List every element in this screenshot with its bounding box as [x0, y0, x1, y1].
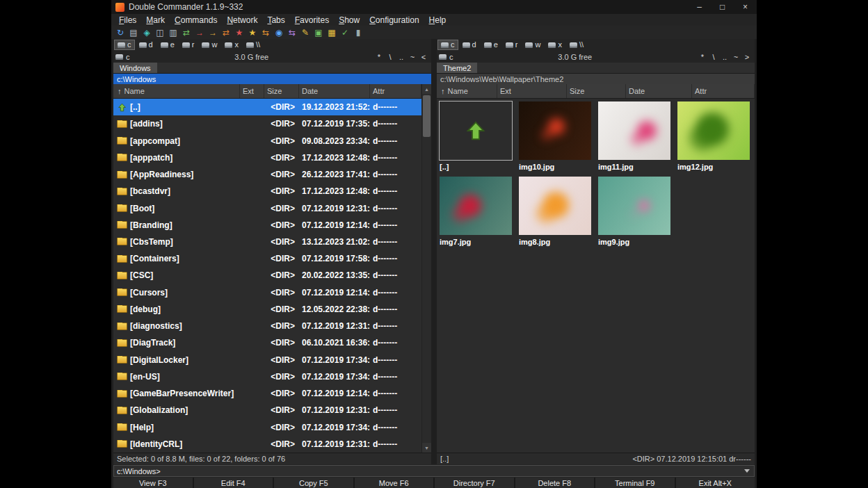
compare-contents-icon[interactable]: ⇆: [286, 26, 298, 38]
scrollbar-thumb[interactable]: [423, 95, 431, 137]
panel-nav-button[interactable]: *: [373, 51, 385, 62]
menu-item[interactable]: Mark: [141, 15, 170, 25]
drive-button[interactable]: w: [522, 40, 544, 50]
drive-button[interactable]: c: [437, 40, 458, 50]
flat-view-icon[interactable]: ▤: [127, 26, 140, 38]
thumbnail-item[interactable]: img12.jpg: [675, 100, 754, 175]
panel-nav-button[interactable]: \: [385, 51, 396, 62]
thumbnail-item[interactable]: img11.jpg: [595, 100, 675, 175]
file-row[interactable]: [DigitalLocker] <DIR> 07.12.2019 17:34:3…: [113, 352, 421, 368]
scroll-up-icon[interactable]: ▲: [422, 84, 431, 94]
function-key-button[interactable]: Exit Alt+X: [676, 478, 755, 488]
file-row[interactable]: [DiagTrack] <DIR> 06.10.2021 16:36:17 d-…: [113, 334, 421, 351]
options-icon[interactable]: ◈: [140, 26, 153, 38]
function-key-button[interactable]: Move F6: [355, 478, 434, 488]
file-row[interactable]: [Containers] <DIR> 07.12.2019 17:58:40 d…: [113, 250, 421, 267]
right-path-bar[interactable]: c:\Windows\Web\Wallpaper\Theme2: [437, 74, 755, 84]
drive-button[interactable]: w: [198, 40, 220, 50]
dropdown-arrow-icon[interactable]: [744, 469, 750, 473]
terminal-icon[interactable]: ▮: [352, 26, 364, 38]
menu-item[interactable]: Favorites: [290, 15, 334, 25]
refresh-icon[interactable]: ↻: [114, 26, 127, 38]
menu-item[interactable]: Configuration: [364, 15, 424, 25]
menu-item[interactable]: Help: [424, 15, 451, 25]
thumbnail-item[interactable]: img7.jpg: [437, 175, 516, 250]
column-ext[interactable]: Ext: [497, 84, 567, 98]
panel-splitter[interactable]: [431, 39, 437, 464]
function-key-button[interactable]: Copy F5: [274, 478, 353, 488]
file-row[interactable]: [Cursors] <DIR> 07.12.2019 12:14:54 d---…: [113, 284, 421, 301]
panel-nav-button[interactable]: ~: [407, 51, 418, 62]
file-row[interactable]: [AppReadiness] <DIR> 26.12.2023 17:41:40…: [113, 166, 421, 183]
drive-button[interactable]: e: [481, 40, 501, 50]
horizontal-panels-icon[interactable]: ▥: [167, 26, 179, 38]
file-row[interactable]: [CbsTemp] <DIR> 13.12.2023 21:02:03 d---…: [113, 234, 421, 250]
file-row[interactable]: [Globalization] <DIR> 07.12.2019 12:31:0…: [113, 402, 421, 418]
drive-button[interactable]: r: [502, 40, 522, 50]
menu-item[interactable]: Network: [222, 15, 262, 25]
tab-windows[interactable]: Windows: [113, 63, 157, 73]
column-name[interactable]: ↑ Name: [113, 84, 240, 98]
file-row[interactable]: [GameBarPresenceWriter] <DIR> 07.12.2019…: [113, 385, 421, 402]
drive-button[interactable]: \\: [243, 40, 264, 50]
vertical-scrollbar[interactable]: ▲ ▼: [421, 84, 431, 453]
command-line-combo[interactable]: c:\Windows>: [113, 465, 755, 477]
function-key-button[interactable]: Terminal F9: [595, 478, 675, 488]
maximize-button[interactable]: □: [711, 0, 734, 14]
menu-item[interactable]: Show: [334, 15, 364, 25]
thumbnail-item[interactable]: img8.jpg: [516, 175, 595, 250]
minimize-button[interactable]: –: [688, 0, 711, 14]
column-ext[interactable]: Ext: [240, 84, 264, 98]
panel-nav-button[interactable]: \: [708, 51, 719, 62]
menu-item[interactable]: Files: [114, 15, 141, 25]
panel-nav-button[interactable]: >: [741, 51, 753, 62]
drive-button[interactable]: r: [179, 40, 198, 50]
tab-theme2[interactable]: Theme2: [437, 63, 477, 73]
file-row[interactable]: [Branding] <DIR> 07.12.2019 12:14:52 d--…: [113, 217, 421, 234]
thumbnail-item[interactable]: img10.jpg: [516, 100, 595, 175]
drive-button[interactable]: \\: [566, 40, 587, 50]
column-size[interactable]: Size: [264, 84, 299, 98]
panel-nav-button[interactable]: ..: [719, 51, 730, 62]
thumbnail-item[interactable]: img9.jpg: [595, 175, 675, 250]
function-key-button[interactable]: Directory F7: [435, 478, 514, 488]
close-button[interactable]: ×: [734, 0, 757, 14]
function-key-button[interactable]: Edit F4: [194, 478, 273, 488]
checksum-icon[interactable]: ✓: [339, 26, 351, 38]
column-attr[interactable]: Attr: [692, 84, 755, 98]
panel-nav-button[interactable]: ~: [730, 51, 741, 62]
file-row[interactable]: [diagnostics] <DIR> 07.12.2019 12:31:03 …: [113, 318, 421, 334]
file-row[interactable]: [appcompat] <DIR> 09.08.2023 23:34:49 d-…: [113, 132, 421, 149]
menu-item[interactable]: Commands: [170, 15, 222, 25]
drive-button[interactable]: x: [221, 40, 242, 50]
file-row[interactable]: [bcastdvr] <DIR> 17.12.2023 12:48:17 d--…: [113, 183, 421, 200]
column-attr[interactable]: Attr: [370, 84, 421, 98]
drive-button[interactable]: d: [136, 40, 156, 50]
panel-nav-button[interactable]: *: [697, 51, 708, 62]
edit-icon[interactable]: ✎: [299, 26, 312, 38]
move-files-icon[interactable]: →: [207, 26, 219, 38]
multi-rename-icon[interactable]: ▦: [326, 26, 338, 38]
file-row[interactable]: [debug] <DIR> 12.05.2022 22:38:23 d-----…: [113, 301, 421, 318]
column-name[interactable]: ↑ Name: [437, 84, 497, 98]
search-icon[interactable]: ◉: [273, 26, 285, 38]
scroll-down-icon[interactable]: ▼: [422, 443, 431, 453]
column-date[interactable]: Date: [299, 84, 370, 98]
function-key-button[interactable]: Delete F8: [515, 478, 595, 488]
file-row[interactable]: [en-US] <DIR> 07.12.2019 17:34:32 d-----…: [113, 368, 421, 385]
extract-icon[interactable]: ★: [246, 26, 259, 38]
swap-panels-icon[interactable]: ⇄: [180, 26, 193, 38]
menu-item[interactable]: Tabs: [262, 15, 289, 25]
left-path-bar[interactable]: c:\Windows: [113, 74, 431, 84]
drive-button[interactable]: x: [545, 40, 565, 50]
drive-button[interactable]: e: [157, 40, 178, 50]
file-row[interactable]: [Help] <DIR> 07.12.2019 17:34:32 d------…: [113, 418, 421, 435]
column-date[interactable]: Date: [626, 84, 692, 98]
panel-nav-button[interactable]: <: [418, 51, 429, 62]
target-equals-source-icon[interactable]: ⇄: [220, 26, 232, 38]
file-row[interactable]: [CSC] <DIR> 20.02.2022 13:35:56 d-------: [113, 267, 421, 284]
command-line-input[interactable]: [161, 465, 744, 477]
file-row[interactable]: [Boot] <DIR> 07.12.2019 12:31:03 d------…: [113, 200, 421, 216]
sync-dirs-icon[interactable]: ⇆: [259, 26, 272, 38]
drive-button[interactable]: c: [114, 40, 135, 50]
